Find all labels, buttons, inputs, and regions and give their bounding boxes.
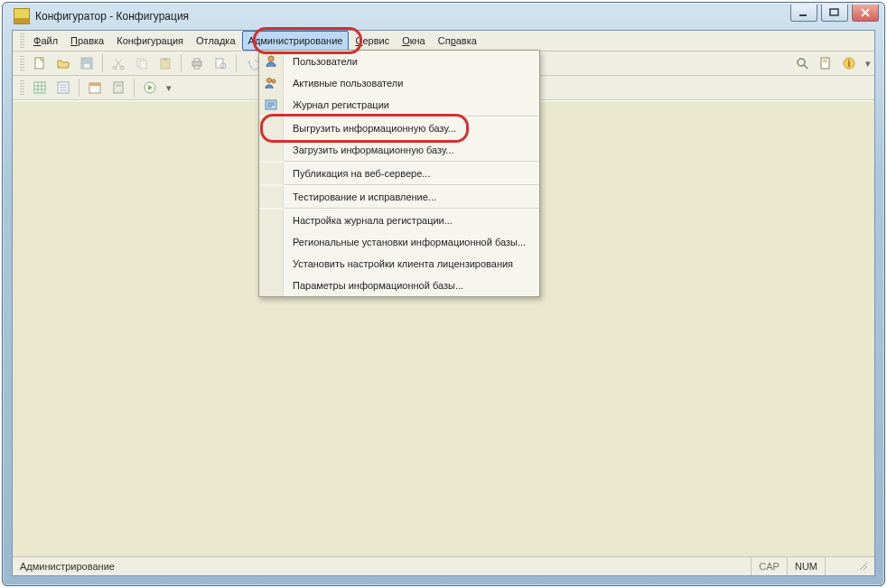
menu-item-export-db[interactable]: Выгрузить информационную базу... (259, 117, 539, 139)
separator (79, 79, 79, 97)
separator (134, 79, 135, 97)
print-icon[interactable] (186, 52, 208, 74)
users-active-icon (264, 76, 278, 90)
status-context: Администрирование (16, 561, 115, 572)
svg-rect-1 (830, 9, 838, 15)
menu-item-web-publish[interactable]: Публикация на веб-сервере... (259, 163, 539, 184)
grip-icon (20, 33, 24, 48)
status-extra (825, 557, 856, 575)
window-title: Конфигуратор - Конфигурация (35, 10, 189, 23)
cut-icon[interactable] (107, 52, 129, 74)
save-icon[interactable] (76, 52, 98, 74)
run-play-icon[interactable] (139, 77, 161, 98)
svg-rect-13 (194, 66, 200, 69)
open-folder-icon[interactable] (52, 52, 74, 74)
svg-point-30 (267, 79, 272, 83)
clipboard-note-icon[interactable] (815, 52, 836, 74)
menu-windows[interactable]: Окна (396, 31, 432, 51)
spreadsheet-icon[interactable] (29, 77, 51, 98)
status-cap: CAP (751, 557, 787, 575)
maximize-button[interactable] (821, 5, 848, 22)
list-icon[interactable] (52, 77, 74, 98)
svg-text:i: i (848, 59, 851, 69)
separator (181, 54, 182, 72)
calendar-icon[interactable] (84, 77, 106, 98)
resize-grip-icon[interactable] (856, 557, 871, 575)
separator (236, 54, 237, 72)
paste-icon[interactable] (154, 52, 176, 74)
administration-menu: Пользователи Активные пользователи Журна… (258, 50, 540, 297)
menu-administration[interactable]: Администрирование (242, 31, 350, 51)
statusbar: Администрирование CAP NUM (13, 556, 874, 575)
grip-icon (20, 80, 24, 95)
window-chrome: Конфигуратор - Конфигурация Файл Правка … (2, 2, 885, 586)
menu-item-users[interactable]: Пользователи (259, 51, 539, 72)
menubar: Файл Правка Конфигурация Отладка Админис… (13, 31, 874, 51)
svg-point-29 (268, 56, 274, 61)
menu-item-license-client[interactable]: Установить настройки клиента лицензирова… (259, 253, 539, 275)
menu-service[interactable]: Сервис (349, 31, 396, 51)
menu-debug[interactable]: Отладка (190, 31, 241, 51)
svg-rect-27 (116, 84, 121, 87)
menu-item-reg-log-setup[interactable]: Настройка журнала регистрации... (259, 210, 539, 231)
svg-rect-22 (34, 82, 45, 93)
svg-rect-11 (192, 61, 201, 66)
menu-configuration[interactable]: Конфигурация (110, 31, 190, 51)
calc-icon[interactable] (107, 77, 129, 98)
svg-rect-25 (89, 83, 100, 86)
svg-rect-18 (823, 60, 827, 61)
chevron-down-icon[interactable]: ▾ (862, 58, 874, 70)
menu-item-db-params[interactable]: Параметры информационной базы... (259, 275, 539, 296)
svg-rect-26 (114, 82, 123, 93)
close-button[interactable] (852, 5, 879, 22)
svg-rect-4 (84, 64, 89, 68)
user-icon (264, 54, 278, 69)
titlebar[interactable]: Конфигуратор - Конфигурация (12, 3, 875, 30)
menu-help[interactable]: Справка (432, 31, 483, 51)
help-info-icon[interactable]: i (838, 52, 860, 74)
separator (102, 54, 103, 72)
new-file-icon[interactable] (29, 52, 51, 74)
copy-icon[interactable] (131, 52, 153, 74)
svg-rect-0 (799, 14, 807, 16)
menu-item-reg-log[interactable]: Журнал регистрации (259, 94, 539, 116)
svg-rect-8 (140, 61, 146, 69)
magnifier-icon[interactable] (791, 52, 813, 74)
menu-item-active-users[interactable]: Активные пользователи (259, 72, 539, 94)
chevron-down-icon[interactable]: ▾ (163, 82, 175, 94)
minimize-button[interactable] (790, 5, 817, 22)
log-icon (264, 98, 278, 112)
svg-rect-2 (35, 58, 43, 69)
svg-rect-19 (823, 61, 827, 62)
status-num: NUM (787, 557, 825, 575)
svg-rect-12 (194, 59, 200, 61)
grip-icon (20, 56, 24, 70)
svg-point-16 (798, 59, 805, 66)
menu-edit[interactable]: Правка (64, 31, 110, 51)
menu-item-import-db[interactable]: Загрузить информационную базу... (259, 139, 539, 161)
svg-point-31 (272, 79, 275, 83)
svg-rect-17 (821, 58, 829, 69)
app-icon (14, 8, 30, 24)
menu-item-regional[interactable]: Региональные установки информационной ба… (259, 231, 539, 253)
menu-file[interactable]: Файл (27, 31, 64, 51)
menu-item-test-fix[interactable]: Тестирование и исправление... (259, 186, 539, 208)
preview-icon[interactable] (210, 52, 231, 74)
svg-rect-10 (163, 58, 167, 61)
